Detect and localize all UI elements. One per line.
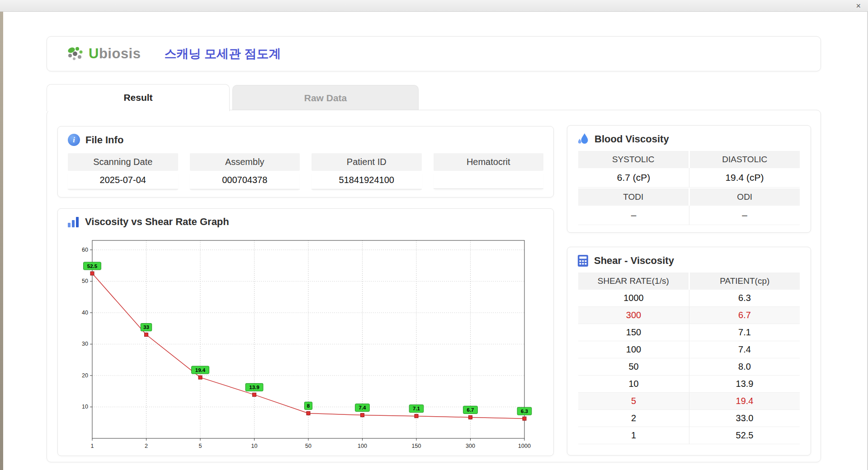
patient-cell: 6.3 xyxy=(689,290,800,306)
todi-label: TODI xyxy=(578,188,689,206)
leaf-cluster-icon xyxy=(66,46,85,61)
patient-cell: 6.7 xyxy=(689,307,800,324)
odi-label: ODI xyxy=(690,188,800,206)
tab-result[interactable]: Result xyxy=(47,84,230,111)
svg-text:300: 300 xyxy=(466,443,475,449)
svg-text:20: 20 xyxy=(82,372,88,379)
field-label: Hematocrit xyxy=(434,153,544,171)
svg-text:2: 2 xyxy=(145,443,148,449)
field-label: Assembly xyxy=(190,153,300,171)
file-info-title: File Info xyxy=(85,134,123,146)
patient-cell: 52.5 xyxy=(689,427,800,444)
field-value: 000704378 xyxy=(190,171,300,189)
shear-viscosity-card: Shear - Viscosity SHEAR RATE(1/s) PATIEN… xyxy=(567,247,811,456)
window-titlebar: × xyxy=(0,0,868,12)
svg-text:100: 100 xyxy=(358,443,367,449)
patient-cell: 7.1 xyxy=(689,324,800,341)
table-row: 100 7.4 xyxy=(578,341,800,358)
blood-viscosity-title: Blood Viscosity xyxy=(594,133,669,145)
svg-text:10: 10 xyxy=(82,404,88,410)
bar-chart-icon xyxy=(68,216,80,227)
patient-cell: 13.9 xyxy=(689,376,800,392)
file-info-card: i File Info Scanning Date 2025-07-04 Ass… xyxy=(57,126,554,197)
svg-text:60: 60 xyxy=(82,247,88,253)
blood-viscosity-card: Blood Viscosity SYSTOLIC DIASTOLIC 6.7 (… xyxy=(567,125,811,233)
svg-text:1: 1 xyxy=(91,443,94,449)
col-patient: PATIENT(cp) xyxy=(690,273,800,290)
table-row: 2 33.0 xyxy=(578,410,800,427)
desktop-edge-strip xyxy=(0,12,3,470)
shear-cell: 1 xyxy=(578,427,689,444)
viscosity-graph-card: Viscosity vs Shear Rate Graph 1020304050… xyxy=(57,208,554,456)
svg-text:50: 50 xyxy=(305,443,311,449)
table-row: 300 6.7 xyxy=(578,307,800,324)
ubiosis-logo: Ubiosis xyxy=(66,46,141,62)
shear-cell: 5 xyxy=(578,393,689,409)
svg-text:52.5: 52.5 xyxy=(87,263,98,269)
table-row: 10 13.9 xyxy=(578,376,800,393)
shear-cell: 50 xyxy=(578,358,689,375)
systolic-label: SYSTOLIC xyxy=(578,151,689,168)
col-shear-rate: SHEAR RATE(1/s) xyxy=(578,273,689,290)
svg-text:150: 150 xyxy=(412,443,421,449)
shear-cell: 150 xyxy=(578,324,689,341)
info-icon: i xyxy=(68,134,80,146)
svg-text:13.9: 13.9 xyxy=(249,385,259,390)
logo-wordmark: Ubiosis xyxy=(89,46,141,62)
patient-cell: 8.0 xyxy=(689,358,800,375)
field-assembly: Assembly 000704378 xyxy=(190,153,300,189)
todi-value: – xyxy=(578,206,689,225)
svg-text:30: 30 xyxy=(82,341,88,347)
shear-cell: 300 xyxy=(578,307,689,324)
svg-text:8: 8 xyxy=(307,403,310,409)
shear-cell: 1000 xyxy=(578,290,689,306)
table-row: 1000 6.3 xyxy=(578,290,800,307)
odi-value: – xyxy=(689,206,800,225)
shear-viscosity-title: Shear - Viscosity xyxy=(594,255,674,267)
table-row: 50 8.0 xyxy=(578,358,800,376)
tab-raw-data[interactable]: Raw Data xyxy=(232,85,419,110)
svg-text:10: 10 xyxy=(251,443,258,449)
svg-text:50: 50 xyxy=(82,278,88,284)
field-value: 51841924100 xyxy=(311,171,422,189)
svg-text:1000: 1000 xyxy=(518,443,531,449)
close-icon[interactable]: × xyxy=(856,1,861,11)
diastolic-label: DIASTOLIC xyxy=(690,151,800,168)
svg-text:6.3: 6.3 xyxy=(521,409,528,414)
result-panel: i File Info Scanning Date 2025-07-04 Ass… xyxy=(47,110,821,462)
svg-text:19.4: 19.4 xyxy=(195,367,206,373)
shear-cell: 2 xyxy=(578,410,689,427)
svg-text:7.1: 7.1 xyxy=(413,406,420,411)
field-value: 2025-07-04 xyxy=(68,171,178,189)
svg-text:40: 40 xyxy=(82,310,88,316)
svg-text:6.7: 6.7 xyxy=(467,407,474,413)
app-header: Ubiosis 스캐닝 모세관 점도계 xyxy=(47,36,821,71)
field-hematocrit: Hematocrit xyxy=(434,153,544,189)
field-patient-id: Patient ID 51841924100 xyxy=(311,153,422,189)
svg-text:7.4: 7.4 xyxy=(359,405,367,410)
field-label: Scanning Date xyxy=(68,153,178,171)
calculator-icon xyxy=(577,254,589,267)
table-row: 1 52.5 xyxy=(578,427,800,444)
shear-cell: 10 xyxy=(578,376,689,392)
field-label: Patient ID xyxy=(311,153,422,171)
svg-text:33: 33 xyxy=(143,324,149,330)
table-row: 5 19.4 xyxy=(578,393,800,410)
patient-cell: 33.0 xyxy=(689,410,800,427)
table-row: 150 7.1 xyxy=(578,324,800,341)
shear-cell: 100 xyxy=(578,341,689,358)
svg-text:5: 5 xyxy=(199,443,202,449)
patient-cell: 19.4 xyxy=(689,393,800,409)
page-title: 스캐닝 모세관 점도계 xyxy=(164,46,281,62)
patient-cell: 7.4 xyxy=(689,341,800,358)
graph-title: Viscosity vs Shear Rate Graph xyxy=(85,216,229,228)
droplet-icon xyxy=(577,133,589,146)
viscosity-shear-chart: 1020304050601251050100150300100052.53319… xyxy=(72,237,538,456)
diastolic-value: 19.4 (cP) xyxy=(689,168,800,187)
field-scanning-date: Scanning Date 2025-07-04 xyxy=(68,153,178,189)
systolic-value: 6.7 (cP) xyxy=(578,168,689,187)
shear-viscosity-table: SHEAR RATE(1/s) PATIENT(cp) 1000 6.3 300… xyxy=(578,273,800,444)
field-value xyxy=(434,171,544,189)
